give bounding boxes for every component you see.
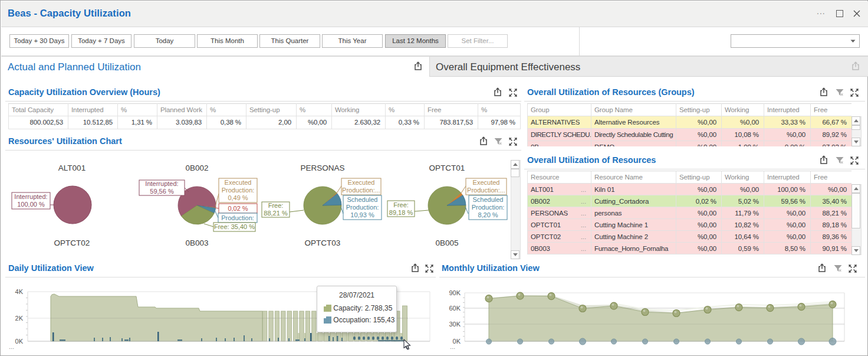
svg-text:0K: 0K	[15, 338, 24, 345]
svg-text:10,93 %: 10,93 %	[350, 211, 374, 218]
svg-text:Executed: Executed	[225, 179, 252, 186]
svg-text:0B005: 0B005	[435, 239, 458, 247]
svg-text:Interrupted:: Interrupted:	[145, 180, 178, 187]
svg-text:0B003: 0B003	[185, 239, 208, 247]
svg-text:Production:: Production:	[346, 204, 379, 211]
svg-text:Executed: Executed	[348, 179, 375, 186]
svg-text:2K: 2K	[15, 315, 24, 322]
svg-text:59,56 %: 59,56 %	[150, 188, 174, 195]
svg-text:90K: 90K	[449, 289, 461, 296]
svg-text:Production:...: Production:...	[342, 187, 380, 194]
svg-text:60K: 60K	[449, 305, 461, 312]
svg-text:0B002: 0B002	[185, 164, 208, 172]
svg-text:Scheduled: Scheduled	[347, 196, 378, 203]
svg-text:OPTCT01: OPTCT01	[429, 164, 465, 172]
svg-text:89,18 %: 89,18 %	[389, 209, 413, 216]
svg-text:4K: 4K	[15, 288, 24, 295]
svg-text:PERSONAS: PERSONAS	[300, 164, 344, 172]
svg-text:OPTCT02: OPTCT02	[54, 239, 90, 247]
svg-text:Scheduled: Scheduled	[473, 196, 504, 203]
svg-text:Production:: Production:	[472, 204, 505, 211]
svg-text:Production:: Production:	[221, 214, 254, 221]
svg-text:0,02 %: 0,02 %	[228, 205, 248, 212]
svg-text:ALT001: ALT001	[58, 164, 86, 172]
svg-text:30K: 30K	[449, 321, 461, 328]
svg-text:8,20 %: 8,20 %	[478, 211, 498, 218]
svg-text:Production:: Production:	[222, 187, 255, 194]
svg-text:0,49 %: 0,49 %	[228, 194, 248, 201]
svg-text:OPTCT03: OPTCT03	[305, 239, 341, 247]
svg-text:Executed: Executed	[473, 179, 500, 186]
svg-text:100,00 %: 100,00 %	[17, 201, 45, 208]
svg-text:Free:: Free:	[393, 201, 409, 208]
svg-text:Interrupted:: Interrupted:	[14, 193, 47, 200]
svg-text:Free: 35,40 %: Free: 35,40 %	[214, 223, 255, 230]
svg-text:88,21 %: 88,21 %	[264, 210, 288, 217]
svg-text:Free:: Free:	[268, 202, 284, 209]
svg-text:Production:...: Production:...	[467, 187, 505, 194]
